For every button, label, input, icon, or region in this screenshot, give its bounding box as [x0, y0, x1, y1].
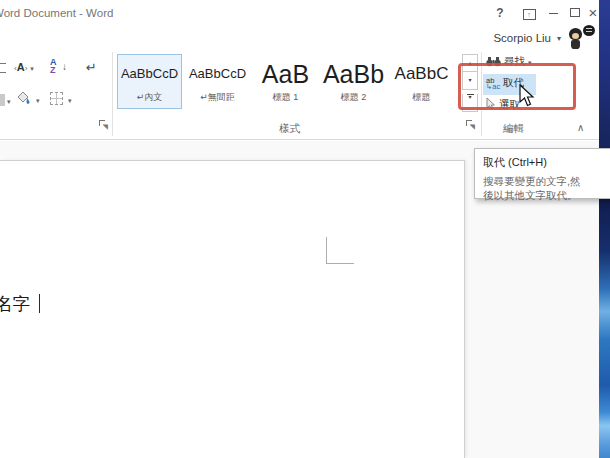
- tooltip-body-line1: 搜尋要變更的文字,然: [483, 174, 610, 188]
- borders-icon[interactable]: [50, 92, 63, 105]
- shading-bucket-icon[interactable]: [16, 91, 32, 106]
- avatar-face: [572, 33, 579, 39]
- minimize-button[interactable]: [546, 5, 560, 21]
- maximize-button[interactable]: [568, 5, 582, 21]
- account-area: Scorpio Liu ▾: [400, 27, 599, 51]
- text-cursor: [39, 294, 40, 313]
- styles-group-label: 樣式: [117, 122, 462, 136]
- account-dropdown-caret-icon[interactable]: ▾: [557, 34, 561, 43]
- style-item-heading1[interactable]: AaB 標題 1: [253, 54, 318, 109]
- styles-gallery: AaBbCcD ↵內文 AaBbCcD ↵無間距 AaB 標題 1 AaBb 標…: [117, 54, 457, 110]
- paragraph-mark-icon[interactable]: ↵: [86, 60, 97, 75]
- dropdown-caret-icon[interactable]: ▾: [7, 98, 11, 106]
- style-item-no-spacing[interactable]: AaBbCcD ↵無間距: [185, 54, 250, 109]
- screenshot-root: Word Document - Word ? ↑ × Scorpio Liu ▾…: [0, 0, 610, 458]
- avatar-speech-balloon: [583, 25, 595, 36]
- mouse-cursor-icon: [519, 84, 536, 113]
- account-name[interactable]: Scorpio Liu: [493, 32, 551, 44]
- paragraph-dialog-launcher-icon[interactable]: ◥: [99, 120, 107, 128]
- text-boundary-mark: [326, 237, 327, 264]
- clipped-shading-icon[interactable]: [0, 94, 5, 106]
- window-title: Word Document - Word: [0, 7, 113, 19]
- desktop-wallpaper: [599, 0, 610, 458]
- minimize-icon: [549, 13, 558, 14]
- tooltip-body-line2: 後以其他文字取代。: [483, 188, 610, 202]
- tooltip-title: 取代 (Ctrl+H): [483, 155, 610, 170]
- titlebar: Word Document - Word ? ↑ ×: [0, 0, 599, 26]
- sort-icon[interactable]: A Z ↓: [50, 58, 72, 74]
- dropdown-caret-icon[interactable]: ▾: [68, 97, 72, 105]
- style-item-neiwen[interactable]: AaBbCcD ↵內文: [117, 54, 182, 109]
- ribbon-display-options-icon[interactable]: ↑: [521, 5, 537, 21]
- style-item-title[interactable]: AaBbC 標題: [389, 54, 454, 109]
- dropdown-caret-icon[interactable]: ▾: [36, 97, 40, 105]
- annotation-red-rectangle: [458, 63, 576, 110]
- avatar-body: [571, 40, 580, 49]
- dropdown-caret-icon: ▾: [30, 65, 34, 72]
- clipped-list-icon[interactable]: [0, 63, 6, 73]
- style-item-heading2[interactable]: AaBb 標題 2: [321, 54, 386, 109]
- help-icon[interactable]: ?: [493, 5, 507, 21]
- maximize-icon: [570, 8, 580, 17]
- close-button[interactable]: ×: [586, 5, 600, 21]
- document-text[interactable]: 名字: [0, 292, 30, 316]
- asian-layout-icon[interactable]: ‹A› ▾: [14, 61, 34, 73]
- editing-group-label: 編輯: [486, 122, 541, 136]
- replace-tooltip: 取代 (Ctrl+H) 搜尋要變更的文字,然 後以其他文字取代。: [474, 148, 610, 199]
- text-boundary-mark: [326, 263, 354, 264]
- group-divider: [112, 52, 113, 136]
- collapse-ribbon-icon[interactable]: ∧: [577, 122, 584, 133]
- document-page[interactable]: 名字: [0, 160, 465, 458]
- styles-dialog-launcher-icon[interactable]: ◥: [466, 120, 474, 128]
- avatar[interactable]: [565, 25, 595, 52]
